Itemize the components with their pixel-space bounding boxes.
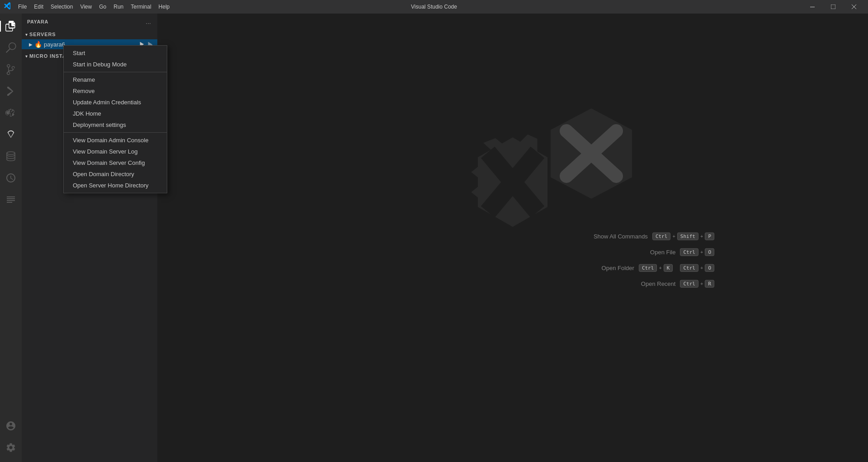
kbd-plus-3: +	[700, 249, 703, 255]
kbd-plus-2: +	[700, 233, 703, 239]
editor-area: Show All Commands Ctrl + Shift + P Open …	[157, 14, 868, 462]
context-menu-open-server-home[interactable]: Open Server Home Directory	[64, 180, 167, 191]
more-actions-button[interactable]: ...	[145, 17, 152, 26]
run-activity-icon[interactable]	[0, 80, 22, 102]
shortcut-open-recent-label: Open Recent	[641, 280, 676, 287]
kbd-r-1: R	[705, 280, 714, 287]
output-activity-icon[interactable]	[0, 189, 22, 210]
shortcut-open-file: Open File Ctrl + O	[650, 248, 714, 256]
menu-terminal[interactable]: Terminal	[127, 2, 155, 12]
menu-bar: File Edit Selection View Go Run Terminal…	[14, 2, 173, 12]
kbd-ctrl-3: Ctrl	[639, 264, 657, 271]
menu-edit[interactable]: Edit	[30, 2, 47, 12]
menu-run[interactable]: Run	[110, 2, 127, 12]
context-menu-deployment-settings[interactable]: Deployment settings	[64, 119, 167, 131]
vscode-logo-icon	[4, 2, 11, 11]
payara6-server-icon: 🔥	[34, 41, 42, 48]
sidebar-header: PAYARA ...	[22, 14, 157, 29]
history-activity-icon[interactable]	[0, 167, 22, 189]
servers-section-header[interactable]: ▾ SERVERS	[22, 29, 157, 39]
kbd-ctrl-1: Ctrl	[652, 232, 671, 240]
title-bar: File Edit Selection View Go Run Terminal…	[0, 0, 868, 14]
context-menu-separator-2	[64, 132, 167, 133]
window-controls	[802, 0, 864, 14]
restore-button[interactable]	[823, 0, 844, 14]
kbd-ctrl-2: Ctrl	[680, 248, 698, 256]
kbd-p-1: P	[705, 232, 714, 240]
shortcut-list: Show All Commands Ctrl + Shift + P Open …	[594, 232, 714, 287]
context-menu-jdk-home[interactable]: JDK Home	[64, 108, 167, 119]
context-menu-view-server-log[interactable]: View Domain Server Log	[64, 146, 167, 157]
payara-activity-icon[interactable]	[0, 124, 22, 145]
welcome-shortcuts: Show All Commands Ctrl + Shift + P Open …	[594, 232, 714, 287]
kbd-plus-1: +	[672, 233, 675, 239]
menu-view[interactable]: View	[76, 2, 95, 12]
context-menu-view-server-config[interactable]: View Domain Server Config	[64, 157, 167, 168]
svg-rect-1	[831, 5, 835, 9]
shortcut-open-recent: Open Recent Ctrl + R	[641, 280, 714, 287]
kbd-plus-5: +	[700, 265, 703, 271]
context-menu-remove[interactable]: Remove	[64, 85, 167, 97]
menu-go[interactable]: Go	[95, 2, 110, 12]
sidebar-title: PAYARA	[27, 19, 48, 24]
context-menu-update-admin[interactable]: Update Admin Credentials	[64, 97, 167, 108]
vscode-logo-display	[542, 104, 641, 205]
menu-selection[interactable]: Selection	[47, 2, 76, 12]
kbd-o-2: O	[705, 264, 714, 271]
search-activity-icon[interactable]	[0, 37, 22, 59]
servers-chevron-icon: ▾	[25, 32, 28, 37]
source-control-activity-icon[interactable]	[0, 59, 22, 80]
main-layout: PAYARA ... ▾ SERVERS ▶ 🔥 payara6	[0, 14, 868, 462]
activity-bar-bottom	[0, 415, 22, 462]
kbd-ctrl-4: Ctrl	[680, 264, 698, 271]
shortcut-open-file-label: Open File	[650, 248, 675, 255]
settings-activity-icon[interactable]	[0, 437, 22, 458]
payara6-chevron-icon: ▶	[29, 42, 33, 47]
account-activity-icon[interactable]	[0, 415, 22, 437]
close-button[interactable]	[844, 0, 864, 14]
shortcut-open-recent-keys: Ctrl + R	[680, 280, 714, 287]
shortcut-open-folder-label: Open Folder	[602, 264, 634, 271]
title-bar-left: File Edit Selection View Go Run Terminal…	[4, 2, 173, 12]
window-title: Visual Studio Code	[411, 4, 457, 10]
shortcut-show-all-label: Show All Commands	[594, 233, 648, 239]
minimize-button[interactable]	[802, 0, 823, 14]
context-menu-separator-1	[64, 72, 167, 72]
database-activity-icon[interactable]	[0, 145, 22, 167]
shortcut-open-file-keys: Ctrl + O	[680, 248, 714, 256]
shortcut-open-folder: Open Folder Ctrl + K Ctrl + O	[602, 264, 714, 271]
explorer-activity-icon[interactable]	[0, 15, 22, 37]
svg-rect-0	[810, 7, 815, 7]
activity-bar	[0, 14, 22, 462]
kbd-plus-6: +	[700, 281, 703, 286]
svg-point-4	[7, 152, 15, 154]
kbd-ctrl-5: Ctrl	[680, 280, 698, 287]
context-menu: Start Start in Debug Mode Rename Remove …	[63, 45, 167, 193]
context-menu-start[interactable]: Start	[64, 47, 167, 59]
kbd-shift-1: Shift	[677, 232, 698, 240]
context-menu-open-domain-dir[interactable]: Open Domain Directory	[64, 168, 167, 180]
shortcut-show-all-keys: Ctrl + Shift + P	[652, 232, 714, 240]
micro-chevron-icon: ▾	[25, 54, 28, 59]
shortcut-show-all-commands: Show All Commands Ctrl + Shift + P	[594, 232, 714, 240]
kbd-plus-4: +	[659, 265, 661, 271]
context-menu-start-debug[interactable]: Start in Debug Mode	[64, 59, 167, 70]
menu-help[interactable]: Help	[155, 2, 174, 12]
servers-section-label: SERVERS	[29, 32, 56, 37]
kbd-o-1: O	[705, 248, 714, 256]
sidebar-actions: ...	[145, 17, 152, 26]
context-menu-view-admin-console[interactable]: View Domain Admin Console	[64, 135, 167, 146]
extensions-activity-icon[interactable]	[0, 102, 22, 124]
shortcut-open-folder-keys: Ctrl + K Ctrl + O	[639, 264, 714, 271]
menu-file[interactable]: File	[14, 2, 30, 12]
kbd-k-1: K	[664, 264, 673, 271]
context-menu-rename[interactable]: Rename	[64, 74, 167, 85]
